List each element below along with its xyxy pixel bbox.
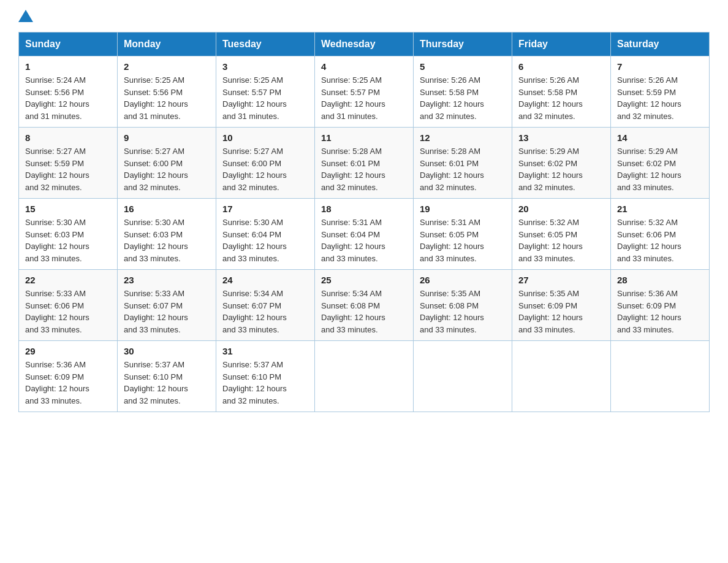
calendar-cell: 9 Sunrise: 5:27 AMSunset: 6:00 PMDayligh… <box>118 128 216 199</box>
day-number: 22 <box>25 275 111 285</box>
day-number: 6 <box>518 61 604 72</box>
day-info: Sunrise: 5:27 AMSunset: 5:59 PMDaylight:… <box>25 147 89 192</box>
calendar-cell: 31 Sunrise: 5:37 AMSunset: 6:10 PMDaylig… <box>216 341 315 412</box>
calendar-cell: 5 Sunrise: 5:26 AMSunset: 5:58 PMDayligh… <box>414 56 512 128</box>
day-info: Sunrise: 5:29 AMSunset: 6:02 PMDaylight:… <box>518 147 583 192</box>
day-number: 4 <box>321 61 407 72</box>
day-number: 5 <box>420 61 506 72</box>
calendar-cell: 10 Sunrise: 5:27 AMSunset: 6:00 PMDaylig… <box>216 128 315 199</box>
calendar-cell: 18 Sunrise: 5:31 AMSunset: 6:04 PMDaylig… <box>315 199 414 270</box>
day-number: 25 <box>321 275 407 285</box>
calendar-cell: 20 Sunrise: 5:32 AMSunset: 6:05 PMDaylig… <box>512 199 611 270</box>
day-info: Sunrise: 5:32 AMSunset: 6:06 PMDaylight:… <box>617 218 681 263</box>
calendar-cell: 19 Sunrise: 5:31 AMSunset: 6:05 PMDaylig… <box>414 199 512 270</box>
page-header <box>18 12 710 20</box>
day-number: 21 <box>617 204 703 214</box>
calendar-week-row: 8 Sunrise: 5:27 AMSunset: 5:59 PMDayligh… <box>19 128 710 199</box>
day-header-thursday: Thursday <box>414 33 512 56</box>
calendar-cell <box>414 341 512 412</box>
calendar-cell: 26 Sunrise: 5:35 AMSunset: 6:08 PMDaylig… <box>414 270 512 341</box>
day-header-monday: Monday <box>118 33 216 56</box>
day-info: Sunrise: 5:25 AMSunset: 5:57 PMDaylight:… <box>222 75 287 121</box>
day-info: Sunrise: 5:25 AMSunset: 5:56 PMDaylight:… <box>124 75 188 121</box>
day-number: 7 <box>617 61 703 72</box>
calendar-table: SundayMondayTuesdayWednesdayThursdayFrid… <box>18 32 710 412</box>
day-number: 13 <box>518 132 604 143</box>
day-info: Sunrise: 5:35 AMSunset: 6:08 PMDaylight:… <box>420 289 484 334</box>
day-number: 18 <box>321 204 407 214</box>
day-number: 17 <box>222 204 308 214</box>
day-info: Sunrise: 5:37 AMSunset: 6:10 PMDaylight:… <box>222 360 287 405</box>
calendar-cell: 8 Sunrise: 5:27 AMSunset: 5:59 PMDayligh… <box>19 128 118 199</box>
day-info: Sunrise: 5:34 AMSunset: 6:08 PMDaylight:… <box>321 289 385 334</box>
calendar-cell: 12 Sunrise: 5:28 AMSunset: 6:01 PMDaylig… <box>414 128 512 199</box>
day-info: Sunrise: 5:26 AMSunset: 5:59 PMDaylight:… <box>617 75 681 121</box>
day-info: Sunrise: 5:35 AMSunset: 6:09 PMDaylight:… <box>518 289 583 334</box>
calendar-cell: 7 Sunrise: 5:26 AMSunset: 5:59 PMDayligh… <box>611 56 710 128</box>
day-info: Sunrise: 5:30 AMSunset: 6:03 PMDaylight:… <box>124 218 188 263</box>
calendar-cell: 27 Sunrise: 5:35 AMSunset: 6:09 PMDaylig… <box>512 270 611 341</box>
day-info: Sunrise: 5:37 AMSunset: 6:10 PMDaylight:… <box>124 360 188 405</box>
day-number: 11 <box>321 132 407 143</box>
calendar-cell: 2 Sunrise: 5:25 AMSunset: 5:56 PMDayligh… <box>118 56 216 128</box>
day-number: 12 <box>420 132 506 143</box>
day-info: Sunrise: 5:33 AMSunset: 6:06 PMDaylight:… <box>25 289 89 334</box>
day-info: Sunrise: 5:24 AMSunset: 5:56 PMDaylight:… <box>25 75 89 121</box>
calendar-cell: 22 Sunrise: 5:33 AMSunset: 6:06 PMDaylig… <box>19 270 118 341</box>
calendar-cell: 25 Sunrise: 5:34 AMSunset: 6:08 PMDaylig… <box>315 270 414 341</box>
day-number: 10 <box>222 132 308 143</box>
day-info: Sunrise: 5:25 AMSunset: 5:57 PMDaylight:… <box>321 75 385 121</box>
day-header-friday: Friday <box>512 33 611 56</box>
day-info: Sunrise: 5:33 AMSunset: 6:07 PMDaylight:… <box>124 289 188 334</box>
day-number: 26 <box>420 275 506 285</box>
day-number: 28 <box>617 275 703 285</box>
calendar-cell: 30 Sunrise: 5:37 AMSunset: 6:10 PMDaylig… <box>118 341 216 412</box>
day-number: 14 <box>617 132 703 143</box>
logo-triangle-icon <box>18 10 33 22</box>
day-number: 30 <box>124 346 210 356</box>
day-info: Sunrise: 5:31 AMSunset: 6:05 PMDaylight:… <box>420 218 484 263</box>
day-info: Sunrise: 5:31 AMSunset: 6:04 PMDaylight:… <box>321 218 385 263</box>
day-number: 2 <box>124 61 210 72</box>
calendar-week-row: 15 Sunrise: 5:30 AMSunset: 6:03 PMDaylig… <box>19 199 710 270</box>
day-number: 8 <box>25 132 111 143</box>
day-number: 1 <box>25 61 111 72</box>
calendar-cell <box>315 341 414 412</box>
day-number: 3 <box>222 61 308 72</box>
calendar-cell: 29 Sunrise: 5:36 AMSunset: 6:09 PMDaylig… <box>19 341 118 412</box>
day-header-sunday: Sunday <box>19 33 118 56</box>
day-number: 9 <box>124 132 210 143</box>
calendar-cell: 11 Sunrise: 5:28 AMSunset: 6:01 PMDaylig… <box>315 128 414 199</box>
calendar-cell <box>611 341 710 412</box>
day-number: 20 <box>518 204 604 214</box>
day-number: 19 <box>420 204 506 214</box>
calendar-cell: 24 Sunrise: 5:34 AMSunset: 6:07 PMDaylig… <box>216 270 315 341</box>
calendar-cell: 1 Sunrise: 5:24 AMSunset: 5:56 PMDayligh… <box>19 56 118 128</box>
day-info: Sunrise: 5:26 AMSunset: 5:58 PMDaylight:… <box>518 75 583 121</box>
logo <box>18 12 33 20</box>
day-header-wednesday: Wednesday <box>315 33 414 56</box>
calendar-week-row: 1 Sunrise: 5:24 AMSunset: 5:56 PMDayligh… <box>19 56 710 128</box>
calendar-cell: 6 Sunrise: 5:26 AMSunset: 5:58 PMDayligh… <box>512 56 611 128</box>
day-number: 27 <box>518 275 604 285</box>
day-number: 15 <box>25 204 111 214</box>
calendar-cell: 17 Sunrise: 5:30 AMSunset: 6:04 PMDaylig… <box>216 199 315 270</box>
calendar-week-row: 22 Sunrise: 5:33 AMSunset: 6:06 PMDaylig… <box>19 270 710 341</box>
calendar-week-row: 29 Sunrise: 5:36 AMSunset: 6:09 PMDaylig… <box>19 341 710 412</box>
day-number: 23 <box>124 275 210 285</box>
calendar-cell: 28 Sunrise: 5:36 AMSunset: 6:09 PMDaylig… <box>611 270 710 341</box>
day-info: Sunrise: 5:28 AMSunset: 6:01 PMDaylight:… <box>321 147 385 192</box>
day-info: Sunrise: 5:27 AMSunset: 6:00 PMDaylight:… <box>124 147 188 192</box>
calendar-cell: 4 Sunrise: 5:25 AMSunset: 5:57 PMDayligh… <box>315 56 414 128</box>
calendar-cell: 3 Sunrise: 5:25 AMSunset: 5:57 PMDayligh… <box>216 56 315 128</box>
calendar-cell <box>512 341 611 412</box>
day-number: 31 <box>222 346 308 356</box>
day-info: Sunrise: 5:36 AMSunset: 6:09 PMDaylight:… <box>617 289 681 334</box>
calendar-cell: 15 Sunrise: 5:30 AMSunset: 6:03 PMDaylig… <box>19 199 118 270</box>
day-info: Sunrise: 5:34 AMSunset: 6:07 PMDaylight:… <box>222 289 287 334</box>
day-info: Sunrise: 5:26 AMSunset: 5:58 PMDaylight:… <box>420 75 484 121</box>
calendar-cell: 14 Sunrise: 5:29 AMSunset: 6:02 PMDaylig… <box>611 128 710 199</box>
day-info: Sunrise: 5:30 AMSunset: 6:03 PMDaylight:… <box>25 218 89 263</box>
calendar-cell: 21 Sunrise: 5:32 AMSunset: 6:06 PMDaylig… <box>611 199 710 270</box>
day-info: Sunrise: 5:36 AMSunset: 6:09 PMDaylight:… <box>25 360 89 405</box>
